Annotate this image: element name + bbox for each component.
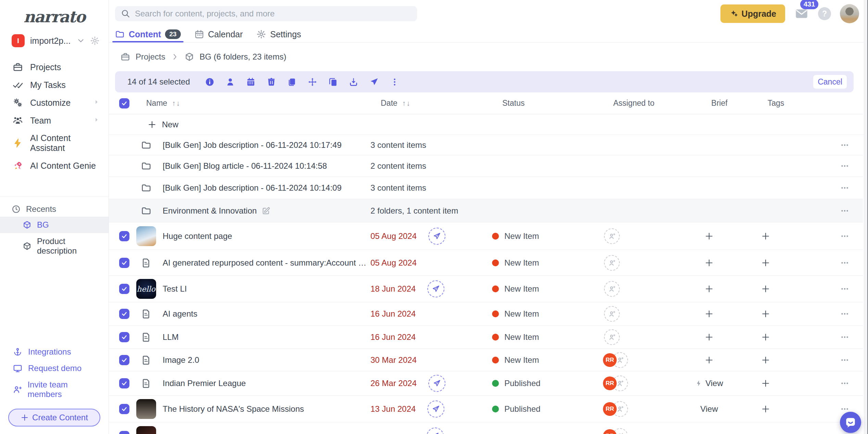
- item-name-label[interactable]: [Bulk Gen] Blog article - 06-11-2024 10:…: [163, 161, 327, 171]
- column-name[interactable]: Name: [146, 99, 167, 108]
- sort-arrows-icon[interactable]: ↑↓: [172, 99, 180, 107]
- item-name[interactable]: AI agents: [163, 309, 370, 319]
- row-menu-button[interactable]: [805, 141, 863, 150]
- item-name-label[interactable]: Huge content page: [163, 231, 232, 241]
- item-name[interactable]: Environment & Innovation: [163, 206, 370, 216]
- row-menu-button[interactable]: [805, 258, 863, 267]
- send-icon[interactable]: [369, 77, 379, 87]
- assignee-avatar[interactable]: RR: [603, 402, 617, 416]
- info-icon[interactable]: [205, 77, 214, 87]
- new-content-row[interactable]: New: [109, 114, 868, 135]
- sidebar-link-invite-team-members[interactable]: Invite team members: [0, 376, 109, 403]
- add-brief-button[interactable]: [692, 258, 726, 267]
- publish-icon[interactable]: [428, 375, 445, 392]
- publish-icon[interactable]: [427, 400, 444, 418]
- content-thumbnail[interactable]: hello: [136, 279, 156, 299]
- breadcrumb-projects[interactable]: Projects: [136, 52, 165, 62]
- assignee-avatar[interactable]: RR: [603, 376, 617, 390]
- item-name[interactable]: [Bulk Gen] Job description - 06-11-2024 …: [163, 140, 370, 150]
- content-thumbnail[interactable]: [136, 426, 156, 434]
- row-checkbox[interactable]: [119, 355, 129, 365]
- item-name-label[interactable]: The History of NASA's Space Missions: [163, 404, 304, 414]
- add-assignee-button[interactable]: [604, 329, 620, 345]
- item-name[interactable]: Image 2.0: [163, 355, 370, 365]
- sidebar-link-integrations[interactable]: Integrations: [0, 344, 109, 360]
- item-name-label[interactable]: Indian Premier League: [163, 379, 246, 388]
- row-menu-button[interactable]: [805, 333, 863, 342]
- sidebar-item-customize[interactable]: Customize: [0, 94, 109, 112]
- row-checkbox[interactable]: [119, 284, 129, 294]
- upgrade-button[interactable]: Upgrade: [720, 4, 785, 23]
- chevron-down-icon[interactable]: [76, 36, 85, 45]
- view-brief-label[interactable]: View: [700, 404, 718, 414]
- item-name-label[interactable]: [Bulk Gen] Job description - 06-11-2024 …: [163, 183, 342, 193]
- sidebar-item-ai-content-assistant[interactable]: AI Content Assistant: [0, 129, 109, 157]
- content-thumbnail[interactable]: [136, 226, 156, 246]
- item-name[interactable]: The History of NASA's Space Missions: [163, 404, 370, 414]
- add-assignee-button[interactable]: [604, 281, 620, 297]
- user-avatar[interactable]: [840, 4, 859, 23]
- item-name-label[interactable]: LLM: [163, 332, 179, 342]
- view-brief-label[interactable]: View: [705, 379, 723, 388]
- search-box[interactable]: [115, 6, 417, 21]
- sort-arrows-icon[interactable]: ↑↓: [402, 99, 411, 107]
- download-icon[interactable]: [349, 77, 358, 87]
- publish-icon[interactable]: [427, 280, 444, 297]
- calendar-icon[interactable]: [246, 77, 255, 87]
- item-name[interactable]: AI generated repurposed content - summar…: [163, 258, 370, 268]
- row-checkbox[interactable]: [119, 404, 129, 414]
- content-thumbnail[interactable]: [136, 399, 156, 419]
- workspace-switcher[interactable]: I import2p...: [0, 29, 109, 52]
- item-name[interactable]: [Bulk Gen] Job description - 06-11-2024 …: [163, 183, 370, 193]
- item-name[interactable]: LLM: [163, 332, 370, 342]
- item-name-label[interactable]: AI generated repurposed content - summar…: [163, 258, 370, 268]
- select-all-checkbox[interactable]: [119, 98, 129, 108]
- add-tag-button[interactable]: [726, 284, 805, 293]
- add-brief-button[interactable]: [692, 309, 726, 318]
- add-tag-button[interactable]: [726, 309, 805, 318]
- item-name[interactable]: [Bulk Gen] Blog article - 06-11-2024 10:…: [163, 161, 370, 171]
- row-checkbox[interactable]: [119, 378, 129, 388]
- add-assignee-button[interactable]: [604, 306, 620, 322]
- add-tag-button[interactable]: [726, 333, 805, 342]
- edit-icon[interactable]: [262, 206, 271, 215]
- item-name-label[interactable]: Test LI: [163, 284, 187, 294]
- sidebar-item-ai-content-genie[interactable]: AI Content Genie: [0, 157, 109, 175]
- add-brief-button[interactable]: [692, 333, 726, 342]
- gear-icon[interactable]: [90, 36, 100, 46]
- view-brief-link[interactable]: View: [692, 404, 726, 414]
- add-tag-button[interactable]: [726, 258, 805, 267]
- add-tag-button[interactable]: [726, 356, 805, 365]
- add-brief-button[interactable]: [692, 232, 726, 241]
- recent-item-bg[interactable]: BG: [0, 217, 109, 233]
- row-checkbox[interactable]: [119, 431, 129, 434]
- row-checkbox[interactable]: [119, 258, 129, 268]
- inbox-button[interactable]: 431: [794, 7, 809, 21]
- add-assignee-button[interactable]: [604, 255, 620, 271]
- copy-icon[interactable]: [328, 77, 338, 87]
- chat-widget-button[interactable]: [840, 412, 861, 433]
- user-icon[interactable]: [226, 77, 235, 87]
- tab-settings[interactable]: Settings: [256, 27, 301, 41]
- add-tag-button[interactable]: [726, 379, 805, 388]
- row-checkbox[interactable]: [119, 332, 129, 342]
- row-menu-button[interactable]: [805, 162, 863, 170]
- sidebar-item-my-tasks[interactable]: My Tasks: [0, 76, 109, 94]
- add-tag-button[interactable]: [726, 405, 805, 413]
- row-menu-button[interactable]: [805, 379, 863, 388]
- sidebar-item-team[interactable]: Team: [0, 112, 109, 129]
- clipboard-icon[interactable]: [287, 77, 297, 87]
- sidebar-link-request-demo[interactable]: Request demo: [0, 360, 109, 376]
- tab-content[interactable]: Content 23: [115, 27, 181, 41]
- view-brief-link[interactable]: View: [692, 379, 726, 388]
- search-input[interactable]: [135, 9, 411, 18]
- column-date[interactable]: Date: [381, 99, 398, 108]
- trash-icon[interactable]: [267, 77, 276, 87]
- move-icon[interactable]: [308, 77, 317, 87]
- publish-icon[interactable]: [427, 427, 444, 434]
- row-checkbox[interactable]: [119, 231, 129, 241]
- add-tag-button[interactable]: [726, 232, 805, 241]
- item-name[interactable]: Test LI: [163, 284, 370, 294]
- row-menu-button[interactable]: [805, 284, 863, 293]
- item-name-label[interactable]: AI agents: [163, 309, 197, 319]
